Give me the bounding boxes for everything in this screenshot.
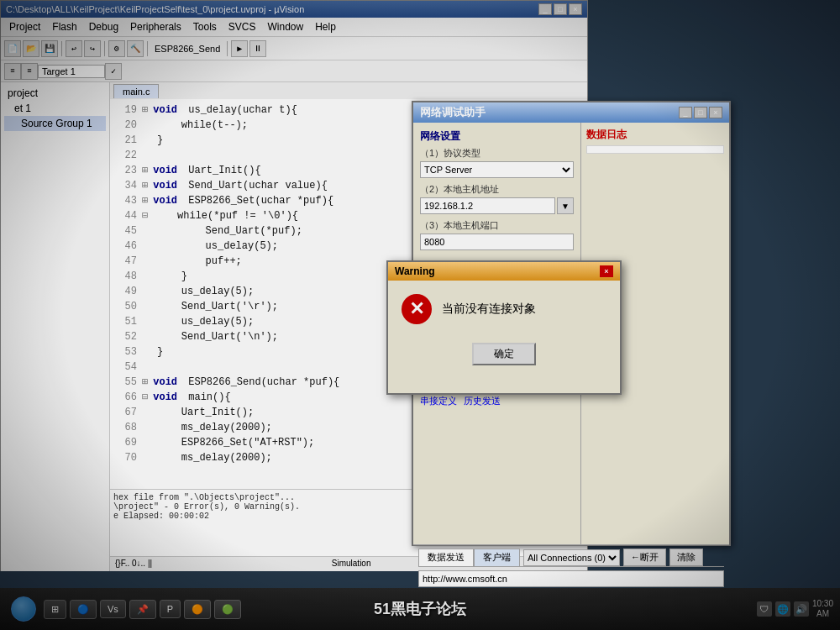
menu-peripherals[interactable]: Peripherals	[125, 19, 186, 34]
toolbar-line2[interactable]: ≡	[21, 63, 38, 80]
toolbar-btn2[interactable]: ⏸	[249, 40, 266, 57]
network-minimize-btn[interactable]: _	[679, 107, 692, 118]
connections-select[interactable]: All Connections (0)	[523, 549, 620, 566]
history-send-link[interactable]: 历史发送	[464, 395, 501, 407]
file-tab-container: main.c	[110, 82, 587, 99]
toolbar-sep4	[227, 41, 228, 56]
keil-second-toolbar: ≡ ≡ Target 1 ✓	[1, 60, 587, 82]
taskbar-item-5[interactable]: P	[160, 600, 181, 618]
toolbar-check[interactable]: ✓	[105, 63, 122, 80]
disconnect-btn[interactable]: ←断开	[623, 549, 666, 566]
keil-status-left: {}F.. 0↓.. ||	[115, 559, 152, 570]
warning-dialog: Warning × ✕ 当前没有连接对象 确定	[386, 260, 622, 395]
toolbar-build[interactable]: ⚙	[108, 40, 125, 57]
keil-toolbar: 📄 📂 💾 ↩ ↪ ⚙ 🔨 ESP8266_Send ▶ ⏸	[1, 37, 587, 60]
clock-date: AM	[812, 609, 833, 619]
taskbar-center-text: 51黑电子论坛	[374, 599, 466, 619]
taskbar: ⊞ 🔵 Vs 📌 P 🟠 🟢 51黑电子论坛 🛡 🌐 🔊 10:30 AM	[0, 588, 840, 630]
taskbar-item-7[interactable]: 🟢	[214, 600, 241, 619]
protocol-select[interactable]: TCP Server	[420, 161, 574, 178]
target-select[interactable]: Target 1	[38, 65, 105, 78]
keil-simulation-label: Simulation	[332, 559, 371, 570]
local-port-input[interactable]: 8080	[420, 234, 574, 250]
keil-close-btn[interactable]: ×	[569, 3, 582, 15]
keil-maximize-btn[interactable]: □	[554, 3, 567, 15]
data-log-area[interactable]	[586, 145, 724, 154]
toolbar-btn1[interactable]: ▶	[231, 40, 248, 57]
menu-tools[interactable]: Tools	[188, 19, 222, 34]
data-log-title: 数据日志	[586, 128, 724, 142]
warning-ok-btn[interactable]: 确定	[472, 343, 536, 365]
toolbar-sep2	[104, 41, 105, 56]
warning-titlebar: Warning ×	[388, 262, 620, 281]
connections-row: All Connections (0) ←断开 清除	[523, 549, 703, 566]
taskbar-item-3[interactable]: Vs	[100, 600, 126, 618]
warning-error-icon: ✕	[402, 294, 432, 324]
local-host-input[interactable]: 192.168.1.2	[420, 197, 555, 214]
local-host-row: 192.168.1.2 ▼	[420, 197, 574, 214]
menu-svcs[interactable]: SVCS	[223, 19, 261, 34]
toolbar-new[interactable]: 📄	[4, 40, 21, 57]
esp8266-label: ESP8266_Send	[151, 44, 223, 54]
toolbar-open[interactable]: 📂	[23, 40, 39, 57]
warning-footer: 确定	[388, 338, 620, 370]
menu-project[interactable]: Project	[4, 19, 45, 34]
keil-titlebar: C:\Desktop\ALL\KeilProject\KeilProjectSe…	[1, 1, 587, 18]
tray-network-icon[interactable]: 🌐	[775, 601, 790, 617]
network-window-controls: _ □ ×	[679, 107, 722, 118]
taskbar-item-2[interactable]: 🔵	[70, 600, 97, 619]
menu-window[interactable]: Window	[262, 19, 308, 34]
taskbar-item-1[interactable]: ⊞	[44, 600, 66, 619]
sidebar-source-group[interactable]: Source Group 1	[4, 116, 106, 131]
keil-window-controls: _ □ ×	[538, 3, 582, 15]
send-url-input[interactable]: http://www.cmsoft.cn	[418, 570, 724, 587]
start-button[interactable]	[7, 592, 40, 626]
toolbar-undo[interactable]: ↩	[66, 40, 82, 57]
clear-btn[interactable]: 清除	[669, 549, 703, 566]
network-title: 网络调试助手	[420, 105, 486, 120]
network-maximize-btn[interactable]: □	[694, 107, 707, 118]
sidebar-target[interactable]: et 1	[4, 101, 106, 116]
history-links: 串接定义 历史发送	[420, 395, 574, 407]
toolbar-sep1	[61, 41, 62, 56]
file-tab-main[interactable]: main.c	[113, 84, 159, 98]
network-settings-title: 网络设置	[420, 129, 574, 144]
menu-help[interactable]: Help	[310, 19, 341, 34]
tray-shield-icon[interactable]: 🛡	[757, 601, 772, 617]
toolbar-sep3	[147, 41, 148, 56]
toolbar-rebuild[interactable]: 🔨	[127, 40, 144, 57]
serial-def-link[interactable]: 串接定义	[420, 395, 457, 407]
send-url-row: http://www.cmsoft.cn	[418, 570, 724, 587]
taskbar-item-6[interactable]: 🟠	[184, 600, 211, 619]
local-host-dropdown[interactable]: ▼	[557, 197, 574, 214]
keil-minimize-btn[interactable]: _	[538, 3, 552, 15]
tab-client[interactable]: 客户端	[474, 549, 520, 566]
menu-debug[interactable]: Debug	[84, 19, 123, 34]
sidebar-project[interactable]: project	[4, 86, 106, 101]
keil-sidebar: project et 1 Source Group 1	[1, 82, 110, 571]
tray-sound-icon[interactable]: 🔊	[794, 601, 809, 617]
warning-close-btn[interactable]: ×	[600, 265, 613, 277]
local-host-label: （2）本地主机地址	[420, 183, 574, 196]
clock: 10:30 AM	[812, 599, 833, 619]
toolbar-redo[interactable]: ↪	[84, 40, 101, 57]
keil-title: C:\Desktop\ALL\KeilProject\KeilProjectSe…	[6, 4, 304, 14]
clock-time: 10:30	[812, 599, 833, 609]
taskbar-item-4[interactable]: 📌	[129, 600, 156, 619]
taskbar-tray: 🛡 🌐 🔊 10:30 AM	[757, 599, 833, 619]
network-close-btn[interactable]: ×	[709, 107, 722, 118]
tab-data-send[interactable]: 数据发送	[418, 549, 474, 566]
menu-flash[interactable]: Flash	[47, 19, 81, 34]
network-tabs-row: 数据发送 客户端 All Connections (0) ←断开 清除	[418, 549, 724, 567]
warning-message: 当前没有连接对象	[442, 302, 536, 317]
network-titlebar: 网络调试助手 _ □ ×	[413, 102, 729, 123]
keil-menubar: Project Flash Debug Peripherals Tools SV…	[1, 18, 587, 37]
windows-orb-icon	[11, 596, 36, 622]
warning-body: ✕ 当前没有连接对象	[388, 281, 620, 338]
desktop: C:\Desktop\ALL\KeilProject\KeilProjectSe…	[0, 0, 840, 630]
warning-title: Warning	[395, 265, 435, 277]
toolbar-save[interactable]: 💾	[41, 40, 58, 57]
local-port-label: （3）本地主机端口	[420, 219, 574, 232]
protocol-label: （1）协议类型	[420, 147, 574, 160]
toolbar-line[interactable]: ≡	[4, 63, 21, 80]
